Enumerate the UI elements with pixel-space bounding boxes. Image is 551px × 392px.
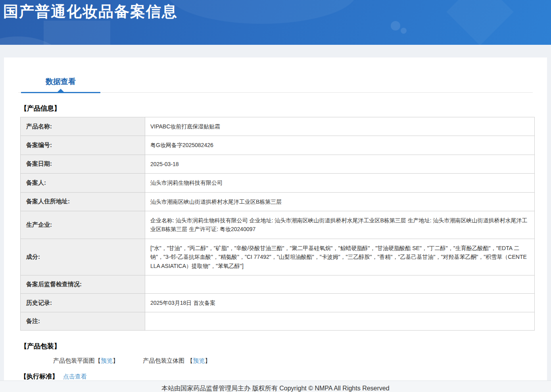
table-row-product-name: 产品名称: VIPABC妆前打底保湿贴贴霜 [21, 117, 535, 136]
row-value: VIPABC妆前打底保湿贴贴霜 [145, 117, 535, 136]
table-row-registration-date: 备案日期: 2025-03-18 [21, 155, 535, 173]
header-decoration-diamond [446, 0, 514, 45]
section-title-product-packaging: 【产品包装】 [20, 342, 533, 351]
row-value: 企业名称: 汕头市润莉生物科技有限公司 企业地址: 汕头市潮南区峡山街道拱桥村水… [145, 211, 535, 239]
bracket-close: 】 [113, 357, 119, 364]
row-value: 汕头市润莉生物科技有限公司 [145, 174, 535, 192]
row-label: 备案编号: [21, 136, 145, 155]
tab-data-view-label: 数据查看 [46, 77, 76, 86]
preview-link-flat[interactable]: 预览 [101, 357, 113, 364]
content-card: 数据查看 【产品信息】 产品名称: VIPABC妆前打底保湿贴贴霜 备案编号: … [4, 57, 547, 392]
row-label: 产品名称: [21, 117, 145, 136]
table-row-ingredients: 成分: ["水"，"甘油"，"丙二醇"，"矿脂"，"辛酸/癸酸甘油三酯"，"聚二… [21, 239, 535, 275]
packaging-stereo-label: 产品包装立体图 [143, 357, 184, 364]
execution-standard-row: 【执行标准】点击查看 [20, 373, 533, 381]
table-row-registration-number: 备案编号: 粤G妆网备字2025082426 [21, 136, 535, 155]
header-decoration-curve [167, 0, 357, 24]
row-value [145, 312, 535, 331]
packaging-stereo-group: 产品包装立体图【预览】 [143, 357, 211, 365]
table-row-remarks: 备注: [21, 312, 535, 331]
row-value: 2025-03-18 [145, 155, 535, 173]
packaging-links-row: 产品包装平面图【预览】 产品包装立体图【预览】 [53, 357, 533, 365]
bracket-close: 】 [205, 357, 211, 364]
tab-bar: 数据查看 [18, 72, 533, 93]
tab-active-triangle-icon [58, 89, 64, 92]
row-label: 生产企业: [21, 211, 145, 239]
table-row-manufacturer: 生产企业: 企业名称: 汕头市润莉生物科技有限公司 企业地址: 汕头市潮南区峡山… [21, 211, 535, 239]
tab-data-view[interactable]: 数据查看 [21, 72, 100, 92]
row-value [145, 275, 535, 293]
page-header-banner: 国产普通化妆品备案信息 [0, 0, 551, 45]
header-decoration-blob [0, 36, 63, 45]
table-row-history: 历史记录: 2025年03月18日 首次备案 [21, 293, 535, 312]
header-decoration-rectangle [44, 21, 110, 45]
header-decoration-dot [401, 28, 407, 34]
row-label: 备注: [21, 312, 145, 331]
table-row-registrant: 备案人: 汕头市润莉生物科技有限公司 [21, 174, 535, 192]
packaging-flat-label: 产品包装平面图 [53, 357, 95, 364]
footer-copyright-text: 本站由国家药品监督管理局主办 版权所有 Copyright © NMPA All… [161, 385, 389, 392]
table-row-supervision-check: 备案后监督检查情况: [21, 275, 535, 293]
row-label: 历史记录: [21, 293, 145, 312]
bracket-open: 【 [95, 357, 101, 364]
row-label: 成分: [21, 239, 145, 275]
row-label: 备案日期: [21, 155, 145, 173]
page-title: 国产普通化妆品备案信息 [3, 2, 178, 22]
table-row-registrant-address: 备案人住所地址: 汕头市潮南区峡山街道拱桥村水尾洋工业区B栋第三层 [21, 192, 535, 211]
preview-link-stereo[interactable]: 预览 [193, 357, 205, 364]
row-label: 备案后监督检查情况: [21, 275, 145, 293]
row-label: 备案人住所地址: [21, 192, 145, 211]
packaging-flat-group: 产品包装平面图【预览】 [53, 357, 119, 365]
product-info-table: 产品名称: VIPABC妆前打底保湿贴贴霜 备案编号: 粤G妆网备字202508… [20, 117, 535, 331]
row-value: 汕头市潮南区峡山街道拱桥村水尾洋工业区B栋第三层 [145, 192, 535, 211]
row-value: 2025年03月18日 首次备案 [145, 293, 535, 312]
section-title-product-info: 【产品信息】 [20, 104, 533, 113]
tab-active-underline [21, 92, 100, 93]
page-footer: 本站由国家药品监督管理局主办 版权所有 Copyright © NMPA All… [0, 381, 551, 392]
bracket-open: 【 [187, 357, 193, 364]
view-execution-standard-link[interactable]: 点击查看 [63, 373, 87, 380]
row-value: 粤G妆网备字2025082426 [145, 136, 535, 155]
row-label: 备案人: [21, 174, 145, 192]
row-value: ["水"，"甘油"，"丙二醇"，"矿脂"，"辛酸/癸酸甘油三酯"，"聚二甲基硅氧… [145, 239, 535, 275]
section-title-execution-standard: 【执行标准】 [20, 373, 58, 380]
header-decoration-dot [391, 21, 400, 31]
